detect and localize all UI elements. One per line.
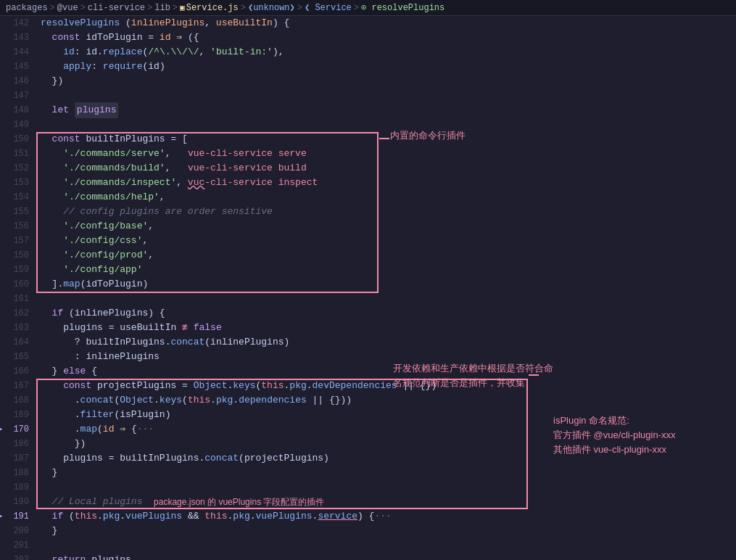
code-line-169: .filter(isPlugin) [41, 408, 736, 422]
breadcrumb-vue[interactable]: @vue [57, 3, 78, 13]
code-line-152: './commands/build', vue-cli-service buil… [41, 161, 736, 176]
code-line-157: './config/css', [41, 234, 736, 248]
code-line-166: } else { [41, 364, 736, 379]
breadcrumb-service-js[interactable]: Service.js [186, 3, 239, 13]
code-line-165: : inlinePlugins [41, 350, 736, 364]
code-line-158: './config/prod', [41, 248, 736, 263]
code-line-164: ? builtInPlugins.concat(inlinePlugins) [41, 335, 736, 350]
breadcrumb-file-icon: ▣ [180, 3, 185, 12]
code-line-202: return plugins [41, 553, 736, 560]
code-line-153: './commands/inspect', vuc-cli-service in… [41, 176, 736, 190]
code-line-143: const idToPlugin = id ⇒ ({ [41, 30, 736, 45]
breadcrumb-resolve-plugins[interactable]: ⊙ resolvePlugins [361, 2, 445, 13]
code-line-190: // Local plugins package.json 的 vuePlugi… [41, 495, 736, 509]
code-line-142: resolvePlugins (inlinePlugins, useBuiltI… [41, 16, 736, 30]
code-editor: 142 143 144 145 146 147 148 149 150 151 … [0, 16, 736, 560]
code-line-161 [41, 292, 736, 306]
code-line-186: }) [41, 437, 736, 451]
breadcrumb-lib[interactable]: lib [154, 3, 170, 13]
code-line-160: ].map(idToPlugin) [41, 277, 736, 292]
breadcrumb-bar: packages > @vue > cli-service > lib > ▣ … [0, 0, 736, 16]
code-line-150: const builtInPlugins = [ [41, 132, 736, 147]
code-line-188: } [41, 466, 736, 480]
code-line-146: }) [41, 74, 736, 88]
code-line-145: apply: require(id) [41, 59, 736, 74]
code-line-154: './commands/help', [41, 190, 736, 205]
code-line-144: id: id.replace(/^\.\\/\/, 'built-in:'), [41, 45, 736, 59]
code-line-148: let plugins [41, 103, 736, 118]
code-line-149 [41, 118, 736, 132]
breadcrumb-unknown[interactable]: ❮unknown❯ [248, 2, 295, 13]
code-line-162: if (inlinePlugins) { [41, 306, 736, 321]
line-numbers: 142 143 144 145 146 147 148 149 150 151 … [0, 16, 35, 560]
code-line-201 [41, 538, 736, 553]
breadcrumb-packages[interactable]: packages [6, 3, 48, 13]
code-line-163: plugins = useBuiltIn ≢ false [41, 321, 736, 335]
code-line-151: './commands/serve', vue-cli-service serv… [41, 147, 736, 161]
code-line-187: plugins = builtInPlugins.concat(projectP… [41, 451, 736, 466]
breadcrumb-service[interactable]: ❮ Service [305, 2, 352, 13]
code-line-189 [41, 480, 736, 495]
code-line-147 [41, 88, 736, 103]
code-line-168: .concat(Object.keys(this.pkg.dependencie… [41, 393, 736, 408]
code-line-170: .map(id ⇒ {··· [41, 422, 736, 437]
code-line-155: // config plugins are order sensitive [41, 205, 736, 219]
breadcrumb-cli-service[interactable]: cli-service [88, 3, 145, 13]
code-line-167: const projectPlugins = Object.keys(this.… [41, 379, 736, 393]
code-line-159: './config/app' [41, 263, 736, 277]
code-content: resolvePlugins (inlinePlugins, useBuiltI… [35, 16, 736, 560]
code-line-156: './config/base', [41, 219, 736, 234]
code-line-191: if (this.pkg.vuePlugins && this.pkg.vueP… [41, 509, 736, 524]
code-line-200: } [41, 524, 736, 538]
